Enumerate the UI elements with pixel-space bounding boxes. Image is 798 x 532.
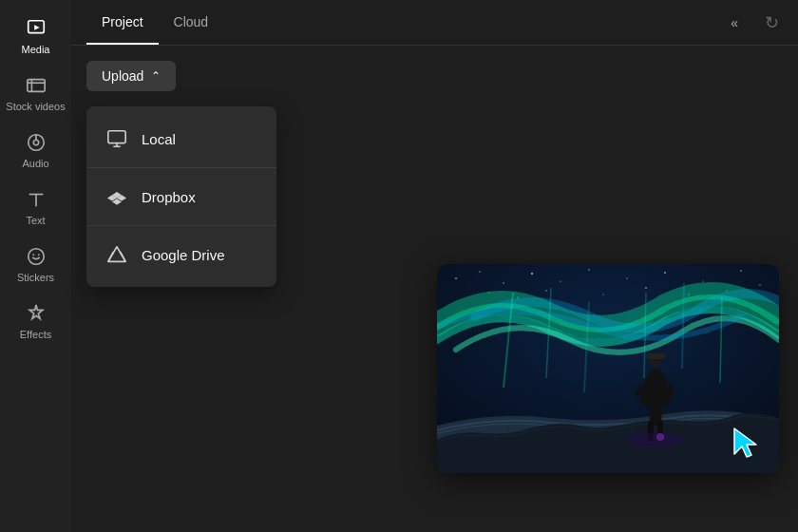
sidebar-item-media[interactable]: Media (0, 8, 71, 65)
upload-label: Upload (102, 68, 143, 84)
collapse-icon[interactable]: « (723, 11, 746, 34)
svg-point-32 (645, 287, 647, 289)
text-icon (25, 188, 48, 211)
stickers-icon (25, 245, 48, 268)
dropdown-item-dropbox-label: Dropbox (142, 189, 196, 205)
svg-point-46 (656, 433, 664, 441)
dropdown-item-gdrive[interactable]: Google Drive (86, 230, 276, 279)
svg-rect-13 (108, 131, 125, 143)
sidebar-item-audio[interactable]: Audio (0, 122, 71, 179)
svg-marker-1 (34, 25, 40, 29)
svg-point-12 (37, 254, 39, 256)
dropdown-item-local[interactable]: Local (86, 114, 276, 163)
dropdown-item-gdrive-label: Google Drive (142, 247, 225, 263)
tab-cloud[interactable]: Cloud (159, 1, 224, 45)
refresh-icon[interactable]: ↻ (761, 9, 783, 37)
svg-point-22 (588, 269, 589, 270)
tab-project[interactable]: Project (86, 1, 159, 45)
dropdown-item-dropbox[interactable]: Dropbox (86, 172, 276, 221)
svg-point-25 (703, 281, 704, 282)
svg-point-17 (455, 277, 457, 279)
monitor-icon (105, 127, 128, 150)
sidebar-item-audio-label: Audio (22, 158, 48, 169)
svg-rect-2 (27, 80, 44, 92)
svg-point-23 (626, 277, 627, 278)
sidebar-item-media-label: Media (22, 44, 50, 55)
sidebar-item-effects-label: Effects (20, 329, 51, 340)
svg-point-20 (531, 273, 533, 275)
content-area: Upload ⌃ Local (71, 46, 798, 532)
effects-icon (25, 302, 48, 325)
main-panel: Project Cloud « ↻ Upload ⌃ Loc (71, 0, 798, 532)
sidebar-item-stock-videos[interactable]: Stock videos (0, 65, 71, 122)
sidebar-item-stickers-label: Stickers (17, 272, 54, 283)
upload-chevron-icon: ⌃ (151, 69, 161, 83)
sidebar-item-text-label: Text (26, 215, 45, 226)
media-icon (25, 17, 48, 40)
dropbox-icon (105, 185, 128, 208)
sidebar-item-text[interactable]: Text (0, 179, 71, 236)
svg-point-24 (664, 272, 666, 274)
svg-point-27 (759, 284, 760, 285)
svg-point-30 (545, 290, 546, 291)
svg-point-31 (603, 294, 604, 295)
svg-point-19 (503, 282, 504, 283)
sidebar-item-effects[interactable]: Effects (0, 293, 71, 350)
svg-point-18 (479, 271, 480, 272)
sidebar-item-stock-label: Stock videos (6, 101, 65, 112)
svg-point-10 (28, 249, 44, 265)
dropdown-divider-2 (86, 225, 276, 226)
dropdown-divider-1 (86, 167, 276, 168)
svg-point-45 (627, 432, 684, 447)
stock-videos-icon (25, 74, 48, 97)
upload-dropdown: Local Dropbox (86, 106, 276, 287)
tabs-bar: Project Cloud « ↻ (71, 0, 798, 46)
svg-point-21 (560, 281, 561, 282)
dropdown-item-local-label: Local (142, 131, 176, 147)
google-drive-icon (105, 243, 128, 266)
sidebar: Media Stock videos Audio Text (0, 0, 71, 532)
audio-icon (25, 131, 48, 154)
svg-rect-42 (646, 353, 665, 359)
sidebar-item-stickers[interactable]: Stickers (0, 236, 71, 293)
preview-image (437, 264, 779, 473)
svg-point-26 (740, 270, 741, 271)
cursor-arrow (730, 424, 768, 462)
tabs-bar-right: « ↻ (723, 9, 783, 37)
upload-button[interactable]: Upload ⌃ (86, 61, 176, 91)
svg-point-6 (33, 140, 39, 145)
svg-point-11 (32, 254, 34, 256)
